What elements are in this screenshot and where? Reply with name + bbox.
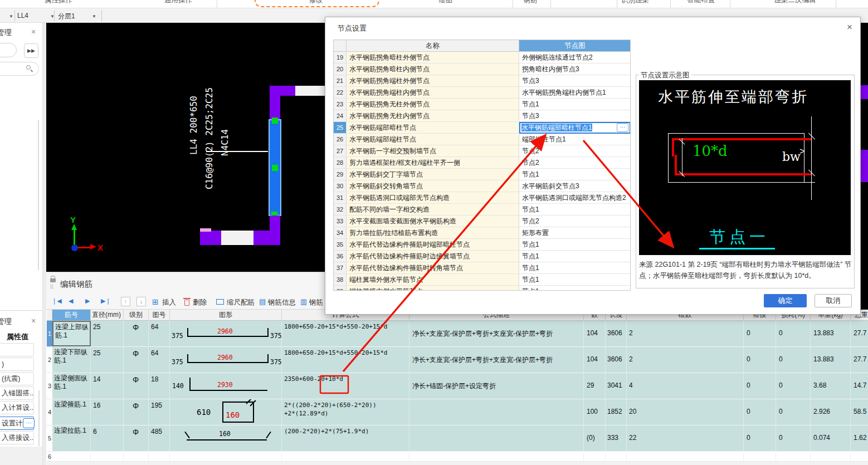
nav-last-icon[interactable]: ▶❘ [101,297,111,305]
cell[interactable]: 58.5 [851,399,868,425]
table-row[interactable]: 连梁箍筋.116Φ1956101602*((200-2*20)+(650-2*2… [52,399,868,425]
ribbon-group-3[interactable]: 绘图 [439,0,453,5]
ribbon-group-5[interactable]: 识别连梁 [621,0,649,5]
dialog-row-name[interactable]: 配筋不同的墙一字相交构造 [347,204,519,216]
cell[interactable]: 25 [91,347,124,373]
dialog-more-button[interactable]: ··· [617,123,628,132]
dialog-close-icon[interactable]: × [847,22,852,33]
cell[interactable]: 195 [149,399,170,425]
wall-segment-white[interactable] [295,86,325,96]
combo-caret-1[interactable]: ▼ [9,14,13,19]
insert-icon[interactable]: ⊞ [152,297,159,306]
dialog-row-name[interactable]: 端柱翼墙内侧水平筋节点 [347,286,519,291]
nav-prev-icon[interactable]: ◀ [69,297,73,305]
dialog-row-name[interactable]: 水平钢筋斜交转角墙节点 [347,180,519,192]
props-close-icon[interactable]: × [31,316,36,325]
cell[interactable] [409,425,584,451]
cell[interactable]: 104 [584,321,606,346]
dialog-row[interactable]: 32配筋不同的墙一字相交构造节点1 [334,204,631,216]
cell[interactable]: 净长+支座宽-保护层+弯折+支座宽-保护层+弯折 [409,321,584,346]
layer-combo[interactable]: 分层1 [58,12,75,21]
dialog-col-node[interactable]: 节点图 [519,40,631,52]
manage-panel-close-icon[interactable]: × [31,27,36,36]
search-field[interactable] [0,62,39,76]
nav-next-icon[interactable]: ▶ [85,297,90,305]
cell[interactable]: 64 [149,321,170,346]
rebar-lib-button[interactable]: 钢筋 [309,298,323,307]
cell[interactable]: 13.883 [811,321,851,346]
cell[interactable]: 净长+支座宽-保护层+弯折+支座宽-保护层+弯折 [409,347,584,373]
cell[interactable]: 3606 [606,321,627,346]
scale-rebar-button[interactable]: 缩尺配筋 [227,298,255,307]
cell[interactable]: 0 [776,425,811,451]
dialog-row[interactable]: 25水平钢筋端部暗柱节点水平钢筋端部暗柱节点1··· [334,122,631,134]
cell[interactable]: 3041 [606,373,627,399]
element-combo[interactable]: LL4 [17,12,28,19]
dialog-row-name[interactable]: 水平钢筋拐角暗柱内侧节点 [347,63,519,75]
dialog-row-name[interactable]: 水平钢筋拐角暗柱外侧节点 [347,52,519,63]
dialog-row-value[interactable]: 节点1 [519,204,631,216]
table-row[interactable]: 连梁侧面纵筋.114Φ1814029302350+600-20+10*d净长+锚… [52,373,868,399]
dialog-row[interactable]: 35水平筋代替边缘构件箍筋时端部暗柱节点节点1 [334,239,631,251]
dialog-row-name[interactable]: 水平筋代替边缘构件箍筋时端部暗柱节点 [347,239,519,251]
dialog-row[interactable]: 37水平筋代替边缘构件箍筋时转角墙节点节点1 [334,262,631,274]
dialog-row-name[interactable]: 水平钢筋拐角端柱内侧节点 [347,87,519,99]
cell[interactable]: 1402930 [170,373,282,399]
dialog-row-value[interactable]: 节点1 [519,286,631,291]
dialog-row-name[interactable]: 端柱翼墙外侧水平筋节点 [347,274,519,286]
cell[interactable]: 3.68 [811,373,851,399]
delete-button[interactable]: 删除 [193,298,207,307]
ribbon-group-1[interactable]: 通用操作 [164,0,192,5]
h-scrollbar[interactable] [47,462,868,465]
wall-segment[interactable] [200,231,221,245]
dialog-row-value[interactable]: 水平钢筋遇洞口或端部无节点构造2 [519,192,631,204]
cell[interactable]: 0 [744,425,776,451]
dialog-row[interactable]: 23水平钢筋拐角无柱外侧节点节点1 [334,99,631,110]
rebar-lib-icon[interactable]: ▥ [300,297,307,306]
cell[interactable]: 1800+650-20+15*d+550-20+15*d [282,321,409,346]
cancel-button[interactable]: 取消 [815,294,852,307]
cell[interactable]: 连梁拉筋.1 [52,425,91,451]
dialog-row[interactable]: 21水平钢筋拐角端柱外侧节点节点3 [334,75,631,87]
dialog-row-value[interactable]: 节点3 [519,110,631,122]
dialog-row-name[interactable]: 水平钢筋一字相交预制墙节点 [347,145,519,157]
cell[interactable]: 18 [149,373,170,399]
dialog-row-value[interactable]: 节点1 [519,99,631,110]
cell[interactable]: 13.883 [811,347,851,373]
cell[interactable]: 6 [91,425,124,451]
cell[interactable]: 3753752960 [170,347,282,373]
cell[interactable]: 333 [606,425,627,451]
wall-segment-white[interactable] [221,231,253,245]
cell[interactable]: 0 [776,321,811,346]
cell[interactable]: 连梁上部纵筋.1 [52,321,91,346]
dialog-row-value[interactable]: 外侧钢筋连续通过节点2 [519,52,631,63]
dialog-row-value[interactable]: 节点2 [519,145,631,157]
table-row-empty[interactable] [52,452,868,462]
drag-dots-icon[interactable]: ⠿ [50,284,54,290]
cell[interactable]: 27.7 [851,347,868,373]
dialog-row-name[interactable]: 水平钢筋端部端柱节点 [347,134,519,145]
dialog-row-name[interactable]: 水平钢筋拐角无柱外侧节点 [347,99,519,110]
cell[interactable]: 2*((200-2*20)+(650-2*20))+2*(12.89*d) [282,399,409,425]
table-header-1[interactable]: 筋号 [52,310,91,321]
cell[interactable]: (0) [584,425,606,451]
cell[interactable]: Φ [124,425,149,451]
ribbon-group-4[interactable]: 钢筋 [524,0,538,5]
cell[interactable]: 连梁下部纵筋.1 [52,347,91,373]
cell[interactable]: 2 [627,347,744,373]
cell[interactable]: 14 [91,373,124,399]
ribbon-group-2[interactable]: 修改 [309,0,323,5]
cell[interactable]: 14.7 [851,373,868,399]
dialog-row-value[interactable]: 拐角暗柱内侧节点3 [519,63,631,75]
cell[interactable]: 100 [584,399,606,425]
dialog-row[interactable]: 19水平钢筋拐角暗柱外侧节点外侧钢筋连续通过节点2 [334,52,631,63]
cell[interactable]: 0 [744,399,776,425]
combo-caret-3[interactable]: ▼ [92,14,96,19]
cell[interactable]: 0 [776,399,811,425]
delete-icon[interactable] [184,300,189,306]
wall-segment[interactable] [270,216,280,232]
cell[interactable]: Φ [124,373,149,399]
cell[interactable]: 3753752960 [170,321,282,346]
ribbon-group-6[interactable]: 智能布置 [687,0,715,5]
dialog-row[interactable]: 39端柱翼墙内侧水平筋节点节点1 [334,286,631,291]
